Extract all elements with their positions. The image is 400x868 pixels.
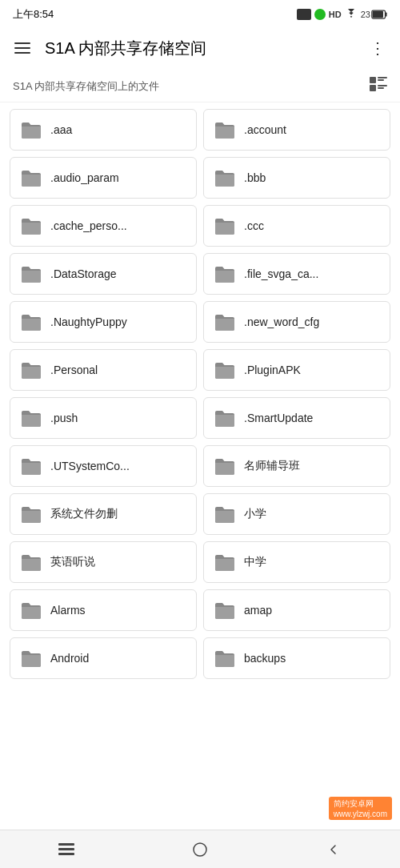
more-options-button[interactable]: ⋮ [362,32,394,64]
folder-icon [20,553,42,571]
svg-rect-4 [378,77,387,78]
hamburger-icon [14,42,30,54]
nav-back-button[interactable] [310,834,358,866]
folder-icon [20,505,42,523]
folder-icon [20,409,42,427]
folder-icon [214,313,236,331]
file-name: Alarms [50,604,186,617]
file-item[interactable]: 英语听说 [10,541,197,583]
status-time: 上午8:54 [13,7,54,22]
file-item[interactable]: .SmartUpdate [203,397,390,439]
folder-icon [20,601,42,619]
file-name: .account [244,123,380,136]
file-item[interactable]: .PluginAPK [203,349,390,391]
svg-rect-11 [58,853,74,855]
file-name: 名师辅导班 [244,459,380,473]
app-bar: S1A 内部共享存储空间 ⋮ [0,26,400,70]
file-item[interactable]: .cache_perso... [10,205,197,247]
svg-rect-5 [378,79,384,81]
svg-rect-3 [370,77,376,83]
file-item[interactable]: .audio_param [10,157,197,199]
file-item[interactable]: .bbb [203,157,390,199]
folder-icon [214,217,236,235]
svg-rect-9 [58,843,74,846]
folder-icon [214,265,236,283]
wifi-icon [345,9,358,20]
file-item[interactable]: .NaughtyPuppy [10,301,197,343]
file-name: .NaughtyPuppy [50,315,186,328]
folder-icon [20,457,42,475]
svg-rect-6 [370,85,376,91]
menu-button[interactable] [6,32,38,64]
file-item[interactable]: backups [203,637,390,679]
file-name: 中学 [244,555,380,569]
file-item[interactable]: .UTSystemCo... [10,445,197,487]
folder-icon [20,361,42,379]
file-item[interactable]: .push [10,397,197,439]
file-name: Android [50,652,186,665]
file-name: 小学 [244,507,380,521]
sub-header-title: S1A 内部共享存储空间上的文件 [13,79,159,94]
folder-icon [20,169,42,187]
status-icons: HD 23 [297,9,387,20]
notification-icon-1 [297,9,311,20]
folder-icon [20,121,42,139]
svg-rect-8 [378,87,384,89]
battery-icon: 23 [361,10,387,19]
signal-icon: HD [329,10,342,19]
file-name: .audio_param [50,171,186,184]
folder-icon [214,505,236,523]
page-title: S1A 内部共享存储空间 [38,38,362,59]
file-item[interactable]: 中学 [203,541,390,583]
folder-icon [214,649,236,667]
file-name: 英语听说 [50,555,186,569]
svg-point-12 [194,843,206,856]
file-item[interactable]: .file_svga_ca... [203,253,390,295]
file-name: .aaa [50,123,186,136]
bottom-navigation [0,830,400,868]
svg-rect-1 [386,13,387,17]
file-name: .PluginAPK [244,364,380,376]
file-name: .SmartUpdate [244,412,380,424]
file-item[interactable]: .new_word_cfg [203,301,390,343]
file-name: .Personal [50,364,186,376]
file-item[interactable]: amap [203,589,390,631]
file-item[interactable]: Alarms [10,589,197,631]
file-item[interactable]: .ccc [203,205,390,247]
svg-rect-2 [373,11,383,18]
file-item[interactable]: .account [203,109,390,151]
nav-recents-button[interactable] [42,834,90,866]
file-name: .bbb [244,171,380,184]
file-name: .DataStorage [50,267,186,280]
svg-rect-7 [378,85,387,86]
file-item[interactable]: .DataStorage [10,253,197,295]
status-bar: 上午8:54 HD 23 [0,0,400,26]
svg-rect-10 [58,848,74,850]
file-item[interactable]: 小学 [203,493,390,535]
file-name: .UTSystemCo... [50,460,186,472]
file-name: amap [244,604,380,617]
folder-icon [20,265,42,283]
file-name: .push [50,412,186,424]
nav-home-button[interactable] [176,834,224,866]
sub-header: S1A 内部共享存储空间上的文件 [0,70,400,102]
file-name: 系统文件勿删 [50,507,186,521]
folder-icon [20,313,42,331]
file-item[interactable]: 系统文件勿删 [10,493,197,535]
file-item[interactable]: .aaa [10,109,197,151]
folder-icon [20,649,42,667]
file-grid: .aaa .account .audio_param [0,102,400,685]
file-item[interactable]: .Personal [10,349,197,391]
watermark: 简约安卓网 www.ylzwj.com [329,797,392,820]
folder-icon [214,121,236,139]
file-item[interactable]: 名师辅导班 [203,445,390,487]
file-name: .file_svga_ca... [244,267,380,280]
folder-icon [214,553,236,571]
file-name: .ccc [244,219,380,232]
list-view-button[interactable] [370,77,387,95]
file-name: .cache_perso... [50,219,186,232]
folder-icon [214,601,236,619]
file-item[interactable]: Android [10,637,197,679]
folder-icon [20,217,42,235]
file-name: .new_word_cfg [244,315,380,328]
